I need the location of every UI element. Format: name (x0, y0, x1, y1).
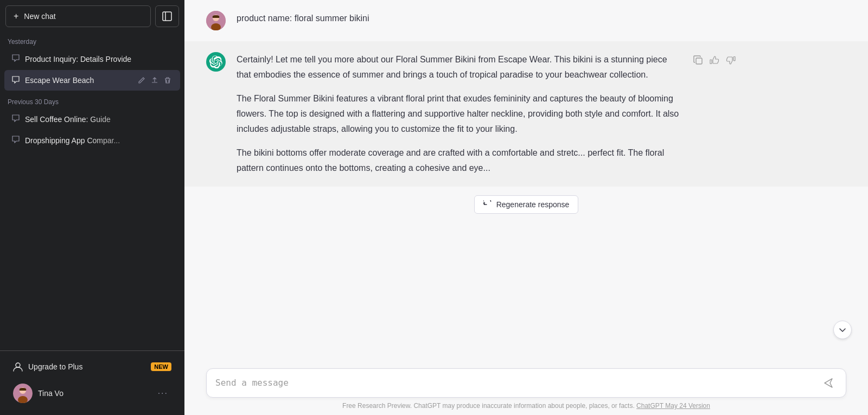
send-icon (823, 378, 834, 388)
user-avatar-msg (206, 11, 226, 30)
chat-icon-drop (12, 136, 20, 145)
assistant-paragraph-2: The Floral Summer Bikini features a vibr… (237, 91, 681, 137)
chat-item-label: Product Inquiry: Details Provide (25, 55, 173, 63)
send-button[interactable] (820, 376, 837, 390)
new-chat-label: New chat (24, 12, 55, 21)
delete-chat-button[interactable] (163, 75, 173, 85)
chat-history: Yesterday Product Inquiry: Details Provi… (0, 31, 184, 350)
user-name: Tina Vo (38, 389, 149, 398)
chat-item-product-inquiry[interactable]: Product Inquiry: Details Provide (4, 49, 180, 69)
upgrade-button[interactable]: Upgrade to Plus NEW (5, 356, 179, 377)
new-badge: NEW (151, 362, 171, 371)
main-chat: product name: floral summer bikini Certa… (184, 0, 868, 415)
footer: Free Research Preview. ChatGPT may produ… (184, 398, 868, 415)
user-message-row: product name: floral summer bikini (184, 0, 868, 41)
avatar-image (13, 384, 33, 403)
assistant-paragraph-1: Certainly! Let me tell you more about ou… (237, 52, 681, 82)
chat-item-actions (137, 75, 173, 85)
chat-item-label-sell: Sell Coffee Online: Guide (25, 115, 173, 124)
chat-icon (12, 54, 20, 63)
chat-icon-active (12, 76, 20, 85)
regenerate-bar: Regenerate response (184, 187, 868, 222)
layout-icon (162, 11, 172, 21)
message-input[interactable] (215, 375, 820, 391)
chat-item-dropshipping[interactable]: Dropshipping App Compar... (4, 130, 180, 150)
upgrade-label: Upgrade to Plus (28, 362, 82, 371)
user-more-button[interactable]: ··· (155, 387, 171, 399)
scroll-down-icon (838, 325, 847, 334)
new-chat-button[interactable]: + New chat (5, 5, 151, 27)
copy-button[interactable] (692, 54, 704, 66)
person-icon (13, 362, 23, 372)
openai-logo (209, 55, 222, 68)
plus-icon: + (14, 11, 18, 21)
svg-point-2 (16, 363, 20, 367)
section-label-prev30: Previous 30 Days (0, 92, 184, 108)
gpt-avatar (206, 52, 226, 72)
footer-text-span: Free Research Preview. ChatGPT may produ… (342, 402, 635, 410)
message-actions (692, 54, 737, 66)
regenerate-button[interactable]: Regenerate response (474, 195, 579, 214)
assistant-paragraph-3: The bikini bottoms offer moderate covera… (237, 145, 681, 176)
regenerate-label: Regenerate response (496, 200, 570, 209)
edit-chat-button[interactable] (137, 75, 146, 85)
chat-messages: product name: floral summer bikini Certa… (184, 0, 868, 362)
copy-icon (693, 55, 703, 65)
message-input-container (206, 368, 846, 398)
assistant-message-row: Certainly! Let me tell you more about ou… (184, 41, 868, 187)
chat-item-sell-coffee[interactable]: Sell Coffee Online: Guide (4, 109, 180, 129)
footer-link[interactable]: ChatGPT May 24 Version (636, 402, 710, 410)
thumbs-up-button[interactable] (709, 54, 720, 66)
assistant-message-content: Certainly! Let me tell you more about ou… (237, 52, 681, 176)
thumbs-down-button[interactable] (725, 54, 737, 66)
thumbs-down-icon (726, 55, 736, 65)
user-row[interactable]: Tina Vo ··· (5, 378, 179, 408)
regenerate-icon (483, 200, 492, 209)
scroll-down-button[interactable] (833, 321, 852, 339)
sidebar-bottom: Upgrade to Plus NEW Tina Vo ··· (0, 350, 184, 415)
chat-item-label-escape: Escape Wear Beach (25, 76, 131, 85)
input-area (184, 362, 868, 398)
sidebar-top: + New chat (0, 0, 184, 31)
chat-item-label-drop: Dropshipping App Compar... (25, 136, 173, 145)
section-label-yesterday: Yesterday (0, 31, 184, 48)
chat-item-escape-wear[interactable]: Escape Wear Beach (4, 70, 180, 91)
user-message-content: product name: floral summer bikini (237, 11, 681, 26)
svg-rect-9 (696, 58, 702, 64)
user-avatar-svg (206, 11, 226, 30)
user-message-text: product name: floral summer bikini (237, 14, 369, 23)
thumbs-up-icon (710, 55, 719, 65)
sidebar: + New chat Yesterday Product Inquiry: De… (0, 0, 184, 415)
share-chat-button[interactable] (150, 75, 159, 85)
svg-rect-0 (163, 12, 171, 21)
chat-icon-sell (12, 114, 20, 124)
avatar (13, 384, 33, 403)
sidebar-toggle-button[interactable] (155, 5, 179, 27)
